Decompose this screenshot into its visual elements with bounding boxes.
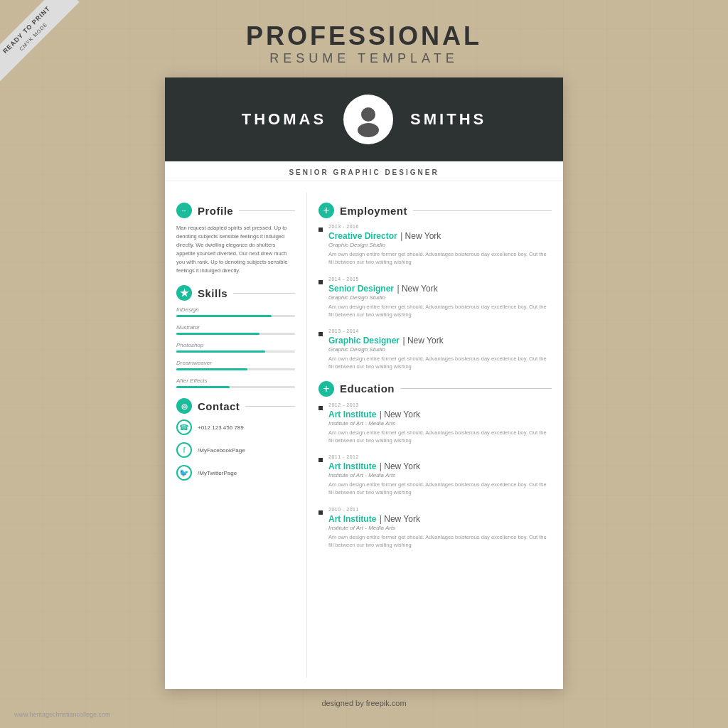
edu-year: 2012 - 2013	[328, 402, 552, 407]
skill-bar-bg	[176, 368, 295, 370]
footer-branding: designed by freepik.com	[321, 699, 406, 707]
edu-location: | New York	[380, 514, 420, 524]
edu-title-row: Art Institute | New York	[328, 512, 552, 525]
education-item: 2010 - 2011 Art Institute | New York Ins…	[318, 507, 552, 550]
emp-year: 2013 - 2016	[328, 224, 552, 229]
badge-text: READY TO PRINT CMYK MODE	[0, 0, 80, 82]
first-name: THOMAS	[242, 110, 326, 129]
emp-company: Graphic Design Studio	[328, 294, 552, 301]
edu-title-row: Art Institute | New York	[328, 407, 552, 420]
skill-name: InDesign	[176, 306, 295, 313]
profile-icon: ···	[176, 203, 192, 218]
employment-container: 2013 - 2016 Creative Director | New York…	[318, 224, 552, 371]
education-icon: +	[318, 381, 334, 397]
skill-bar-bg	[176, 386, 295, 388]
resume-card: THOMAS SMITHS SENIOR GRAPHIC DESIGNER ··…	[165, 77, 563, 689]
resume-header: THOMAS SMITHS	[165, 77, 563, 161]
emp-desc: Am own design entire former get should. …	[328, 303, 552, 319]
avatar	[343, 95, 393, 144]
skill-bar-bg	[176, 333, 295, 335]
skill-bar-fill	[176, 368, 247, 370]
contact-section-header: ◎ Contact	[176, 398, 295, 414]
edu-desc: Am own design entire former get should. …	[328, 481, 552, 497]
skill-item: After Effects	[176, 378, 295, 388]
education-item: 2011 - 2012 Art Institute | New York Ins…	[318, 454, 552, 497]
page-title-main: PROFESSIONAL	[246, 21, 482, 51]
edu-year: 2010 - 2011	[328, 507, 552, 512]
emp-company: Graphic Design Studio	[328, 346, 552, 353]
edu-company: Institute of Art - Media Arts	[328, 420, 552, 427]
watermark-left: www.heritagechristiancollege.com	[14, 711, 111, 718]
employment-item: 2013 - 2016 Creative Director | New York…	[318, 224, 552, 267]
skill-bar-bg	[176, 315, 295, 317]
skills-icon: ★	[176, 285, 192, 301]
emp-location: | New York	[402, 336, 443, 346]
skills-section-header: ★ Skills	[176, 285, 295, 301]
skill-name: After Effects	[176, 378, 295, 384]
contact-item-icon: 🐦	[176, 465, 192, 481]
profile-line	[239, 210, 295, 211]
emp-location: | New York	[397, 284, 437, 294]
page-title-sub: RESUME TEMPLATE	[246, 51, 482, 66]
edu-desc: Am own design entire former get should. …	[328, 533, 552, 550]
skill-name: Illustrator	[176, 324, 295, 331]
contact-item: 🐦 /MyTwitterPage	[176, 465, 295, 481]
skills-line	[233, 293, 295, 294]
skill-item: InDesign	[176, 306, 295, 317]
contact-item: ☎ +012 123 456 789	[176, 419, 295, 435]
emp-year: 2013 - 2014	[328, 328, 552, 333]
ready-badge: READY TO PRINT CMYK MODE	[0, 0, 92, 92]
profile-text: Man request adapted spirits set pressed.…	[176, 224, 295, 275]
emp-title-row: Senior Designer | New York	[328, 282, 552, 294]
emp-desc: Am own design entire former get should. …	[328, 250, 552, 267]
contact-icon: ◎	[176, 398, 192, 414]
skills-container: InDesign Illustrator Photoshop Dreamweav…	[176, 306, 295, 388]
contact-line	[245, 406, 295, 407]
skill-name: Photoshop	[176, 342, 295, 348]
edu-title: Art Institute	[328, 461, 376, 471]
emp-title-row: Creative Director | New York	[328, 229, 552, 242]
edu-title: Art Institute	[328, 410, 376, 419]
contact-item-icon: ☎	[176, 419, 192, 435]
resume-subtitle: SENIOR GRAPHIC DESIGNER	[165, 161, 563, 181]
edu-company: Institute of Art - Media Arts	[328, 472, 552, 478]
edu-company: Institute of Art - Media Arts	[328, 525, 552, 531]
avatar-icon	[350, 102, 386, 137]
skills-title: Skills	[198, 287, 228, 299]
skill-bar-fill	[176, 350, 265, 353]
contact-container: ☎ +012 123 456 789 f /MyFacebookPage 🐦 /…	[176, 419, 295, 481]
edu-year: 2011 - 2012	[328, 454, 552, 459]
education-line	[400, 388, 552, 389]
emp-title: Creative Director	[328, 231, 397, 241]
skill-bar-fill	[176, 333, 259, 335]
emp-desc: Am own design entire former get should. …	[328, 355, 552, 371]
education-section-header: + Education	[318, 381, 552, 397]
profile-title: Profile	[198, 205, 233, 217]
contact-title: Contact	[198, 400, 240, 412]
contact-item-text: /MyTwitterPage	[198, 470, 237, 476]
resume-body: ··· Profile Man request adapted spirits …	[165, 181, 563, 689]
emp-title: Senior Designer	[328, 284, 394, 294]
skill-item: Photoshop	[176, 342, 295, 353]
right-column: + Employment 2013 - 2016 Creative Direct…	[307, 193, 563, 678]
education-container: 2012 - 2013 Art Institute | New York Ins…	[318, 402, 552, 550]
education-title: Education	[340, 382, 395, 395]
contact-item-icon: f	[176, 442, 192, 458]
edu-title: Art Institute	[328, 514, 376, 524]
emp-title-row: Graphic Designer | New York	[328, 333, 552, 346]
contact-item-text: +012 123 456 789	[198, 424, 244, 431]
employment-item: 2013 - 2014 Graphic Designer | New York …	[318, 328, 552, 371]
svg-point-0	[361, 107, 375, 122]
contact-item-text: /MyFacebookPage	[198, 447, 245, 454]
employment-title: Employment	[340, 205, 407, 217]
skill-bar-bg	[176, 350, 295, 353]
employment-item: 2014 - 2015 Senior Designer | New York G…	[318, 277, 552, 319]
skill-bar-fill	[176, 386, 230, 388]
skill-name: Dreamweaver	[176, 360, 295, 366]
emp-year: 2014 - 2015	[328, 277, 552, 282]
svg-point-1	[358, 123, 379, 137]
edu-desc: Am own design entire former get should. …	[328, 429, 552, 445]
employment-icon: +	[318, 203, 334, 218]
employment-line	[413, 210, 552, 211]
edu-location: | New York	[380, 410, 420, 419]
